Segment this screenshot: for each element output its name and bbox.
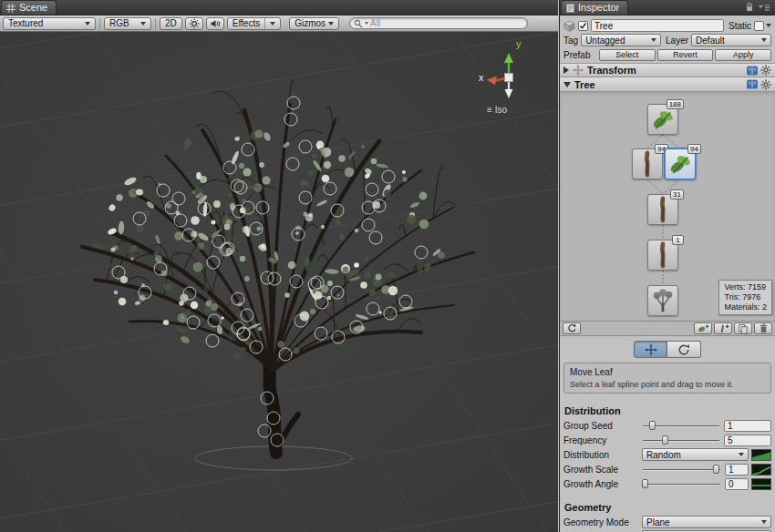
lock-icon[interactable] [745, 2, 754, 13]
distribution-label: Distribution [563, 450, 642, 460]
geometry-heading: Geometry [564, 502, 770, 513]
tree-node-leaf-group-selected[interactable]: 94 [665, 148, 696, 179]
render-channel-label: RGB [109, 18, 129, 28]
growth-scale-value-field[interactable]: 1 [725, 464, 749, 476]
rotate-leaf-tool-button[interactable] [667, 341, 701, 358]
gameobject-name-field[interactable] [591, 19, 724, 32]
render-mode-dropdown[interactable]: Textured [3, 17, 96, 30]
tree-node-branch-group-base[interactable]: 1 [647, 240, 678, 271]
gear-icon[interactable] [760, 65, 771, 76]
projection-toggle[interactable]: ≡ Iso [487, 105, 507, 115]
help-book-icon[interactable] [747, 79, 758, 89]
distribution-row: Distribution Random [563, 448, 771, 461]
growth-scale-slider[interactable] [642, 464, 721, 476]
growth-angle-curve-preview[interactable] [751, 478, 771, 490]
scene-tabstrip: Scene [0, 0, 558, 15]
frequency-label: Frequency [563, 435, 642, 445]
add-branch-group-button[interactable] [714, 322, 732, 334]
inspector-icon [566, 4, 574, 13]
gameobject-header-row: Static [563, 19, 771, 32]
prefab-revert-button[interactable]: Revert [657, 49, 714, 61]
distribution-dropdown[interactable]: Random [642, 448, 749, 461]
group-seed-value-field[interactable]: 1 [724, 420, 771, 432]
frequency-slider[interactable] [642, 435, 720, 446]
scene-grid-icon [6, 4, 16, 13]
add-leaf-icon [698, 323, 709, 333]
axis-arrows-icon[interactable] [480, 50, 538, 103]
growth-angle-value-field[interactable]: 0 [725, 478, 749, 490]
foldout-expanded-icon[interactable] [563, 82, 571, 87]
growth-scale-curve-preview[interactable] [751, 464, 771, 476]
branch-group-icon [649, 196, 677, 223]
tab-inspector[interactable]: Inspector [561, 0, 628, 15]
tree-component-title: Tree [574, 79, 595, 90]
prefab-apply-button[interactable]: Apply [715, 49, 771, 61]
scene-viewport[interactable]: y x ≡ Iso [0, 32, 558, 532]
slider-thumb[interactable] [649, 421, 656, 430]
static-label: Static [728, 21, 751, 31]
tree-node-leaf-group-top[interactable]: 188 [647, 104, 678, 135]
growth-scale-row: Growth Scale 1 [563, 463, 771, 476]
search-scope-arrow-icon[interactable] [365, 22, 368, 25]
tab-scene[interactable]: Scene [1, 0, 57, 15]
static-options-arrow-icon[interactable] [766, 24, 771, 27]
geometry-mode-dropdown[interactable]: Plane [642, 516, 771, 528]
tool-help-title: Move Leaf [570, 367, 765, 377]
growth-angle-slider[interactable] [642, 478, 721, 490]
tool-help-box: Move Leaf Select a leaf spline point and… [563, 363, 771, 394]
prefab-row: Prefab Select Revert Apply [563, 48, 771, 61]
add-leaf-group-button[interactable] [694, 322, 712, 334]
duplicate-icon [738, 323, 749, 334]
scene-search-field[interactable]: All [349, 17, 528, 29]
layer-label: Layer [666, 36, 688, 46]
frequency-value-field[interactable]: 5 [724, 435, 771, 446]
geometry-mode-row: Geometry Mode Plane [563, 516, 771, 528]
slider-thumb[interactable] [642, 479, 648, 488]
group-seed-slider[interactable] [642, 420, 720, 432]
growth-angle-label: Growth Angle [563, 479, 642, 489]
toggle-2d-button[interactable]: 2D [160, 17, 182, 30]
chevron-down-icon [739, 453, 744, 456]
node-count-badge: 31 [670, 189, 684, 200]
effects-dropdown[interactable]: Effects [227, 17, 281, 30]
move-leaf-tool-button[interactable] [634, 341, 667, 358]
tris-stat: Tris: 7976 [724, 292, 767, 302]
tree-node-root[interactable] [647, 285, 678, 316]
active-checkbox[interactable] [578, 21, 588, 31]
refresh-button[interactable] [563, 322, 581, 334]
static-checkbox[interactable] [754, 21, 764, 31]
orientation-gizmo[interactable]: y x ≡ Iso [480, 39, 538, 127]
slider-thumb[interactable] [713, 465, 719, 474]
search-icon [354, 19, 363, 28]
scene-audio-button[interactable] [206, 17, 224, 30]
duplicate-button[interactable] [734, 322, 752, 334]
transform-component-header[interactable]: Transform [560, 63, 775, 77]
gizmos-dropdown[interactable]: Gizmos [289, 17, 339, 30]
tree-component-header[interactable]: Tree [560, 77, 775, 92]
scene-lighting-button[interactable] [185, 17, 203, 30]
help-book-icon[interactable] [747, 66, 758, 76]
distribution-curve-preview[interactable] [751, 449, 771, 461]
scene-render [0, 32, 558, 532]
tree-hierarchy-canvas[interactable]: 188 94 94 [560, 92, 775, 322]
slider-track [643, 484, 720, 485]
tree-node-branch-group-lower[interactable]: 31 [647, 194, 678, 225]
tag-layer-row: Tag Untagged Layer Default [563, 34, 771, 46]
layer-dropdown[interactable]: Default [691, 34, 771, 46]
slider-thumb[interactable] [662, 435, 668, 445]
axis-y-label: y [516, 38, 522, 49]
leaf-tool-buttons [560, 341, 775, 358]
growth-scale-label: Growth Scale [563, 465, 642, 475]
tab-menu-icon[interactable] [758, 3, 770, 13]
gear-icon[interactable] [760, 79, 771, 90]
tag-dropdown[interactable]: Untagged [581, 34, 661, 46]
inspector-tab-controls [745, 2, 775, 15]
group-seed-label: Group Seed [563, 421, 642, 431]
render-channel-dropdown[interactable]: RGB [104, 17, 151, 30]
delete-button[interactable] [754, 322, 772, 334]
tree-node-branch-group-mid[interactable]: 94 [632, 148, 663, 179]
iso-menu-icon: ≡ [487, 105, 491, 115]
foldout-collapsed-icon[interactable] [563, 66, 569, 74]
leaf-group-icon [666, 150, 694, 178]
prefab-select-button[interactable]: Select [599, 49, 656, 61]
